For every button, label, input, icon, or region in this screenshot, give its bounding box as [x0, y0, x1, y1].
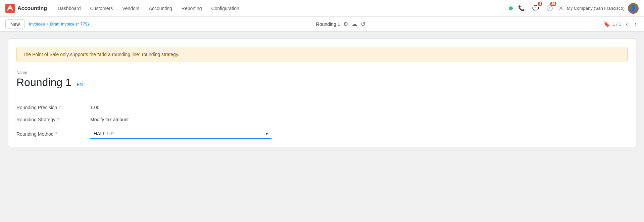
rounding-precision-text: Rounding Precision	[16, 105, 57, 110]
record-title: Rounding 1	[316, 21, 340, 27]
rounding-precision-value[interactable]: 1.00	[90, 105, 271, 110]
nav-item-dashboard[interactable]: Dashboard	[54, 4, 85, 13]
form-card: The Point of Sale only supports the "add…	[8, 38, 636, 147]
company-name[interactable]: My Company (San Francisco)	[567, 6, 625, 11]
main-menu: Dashboard Customers Vendors Accounting R…	[54, 4, 507, 13]
action-bar: New Invoices / Draft Invoice (* 779) Rou…	[0, 17, 644, 32]
rounding-method-label: Rounding Method ?	[16, 131, 90, 137]
rounding-method-select-wrapper: UP DOWN HALF-UP ▼	[90, 129, 271, 139]
topbar-right: 4 39 ✕ My Company (San Francisco) 👤	[509, 3, 639, 14]
nav-item-configuration[interactable]: Configuration	[207, 4, 243, 13]
phone-icon	[518, 5, 525, 11]
pager: 1 / 1 ‹ ›	[603, 20, 639, 28]
chat-icon-button[interactable]: 4	[530, 3, 541, 14]
nav-item-accounting[interactable]: Accounting	[145, 4, 176, 13]
pager-prev-button[interactable]: ‹	[624, 20, 630, 28]
rounding-method-select[interactable]: UP DOWN HALF-UP	[90, 129, 271, 139]
record-name-display[interactable]: Rounding 1	[16, 76, 71, 89]
close-button[interactable]: ✕	[558, 5, 563, 12]
breadcrumb-invoices[interactable]: Invoices	[29, 21, 45, 27]
brand-logo[interactable]: Accounting	[5, 4, 47, 13]
main-content: The Point of Sale only supports the "add…	[0, 32, 644, 154]
gear-icon[interactable]	[343, 20, 348, 28]
name-label: Name	[16, 70, 628, 75]
rounding-method-help[interactable]: ?	[55, 132, 57, 136]
close-icon: ✕	[558, 5, 563, 12]
brand-icon	[5, 4, 15, 13]
breadcrumb-separator: /	[47, 21, 48, 27]
chat-badge: 4	[538, 2, 542, 6]
rounding-strategy-text: Rounding Strategy	[16, 117, 55, 122]
phone-icon-button[interactable]	[516, 3, 527, 14]
name-row: Rounding 1 EN	[16, 76, 628, 97]
status-dot	[509, 6, 513, 10]
breadcrumb: Invoices / Draft Invoice (* 779)	[29, 21, 312, 27]
warning-text: The Point of Sale only supports the "add…	[23, 52, 179, 57]
new-button[interactable]: New	[5, 19, 25, 29]
rounding-strategy-help[interactable]: ?	[57, 117, 59, 122]
nav-item-vendors[interactable]: Vendors	[118, 4, 143, 13]
pager-next-button[interactable]: ›	[633, 20, 639, 28]
breadcrumb-current[interactable]: Draft Invoice (* 779)	[50, 21, 89, 27]
rounding-precision-label: Rounding Precision ?	[16, 105, 90, 110]
pager-text: 1 / 1	[613, 21, 621, 27]
warning-alert: The Point of Sale only supports the "add…	[16, 47, 628, 62]
record-action-icons	[343, 20, 366, 28]
rounding-strategy-label: Rounding Strategy ?	[16, 117, 90, 122]
nav-item-customers[interactable]: Customers	[86, 4, 117, 13]
user-avatar[interactable]: 👤	[628, 3, 639, 14]
rounding-strategy-value[interactable]: Modify tax amount	[90, 117, 271, 122]
top-navigation: Accounting Dashboard Customers Vendors A…	[0, 0, 644, 17]
clock-icon-button[interactable]: 39	[544, 3, 555, 14]
undo-icon[interactable]	[361, 20, 366, 28]
rounding-precision-help[interactable]: ?	[58, 105, 61, 110]
rounding-method-text: Rounding Method	[16, 131, 54, 137]
nav-item-reporting[interactable]: Reporting	[178, 4, 206, 13]
clock-badge: 39	[550, 2, 556, 6]
avatar-icon: 👤	[630, 5, 637, 11]
cloud-save-icon[interactable]	[351, 20, 357, 28]
brand-name: Accounting	[17, 5, 47, 11]
bookmark-icon[interactable]	[603, 20, 610, 28]
language-badge[interactable]: EN	[77, 82, 83, 87]
clock-icon	[546, 5, 553, 11]
chat-icon	[532, 5, 539, 11]
fields-grid: Rounding Precision ? 1.00 Rounding Strat…	[16, 105, 251, 139]
